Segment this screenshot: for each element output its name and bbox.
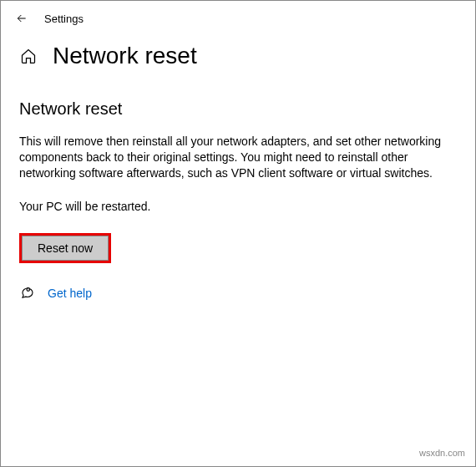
description-text: This will remove then reinstall all your… — [19, 134, 453, 181]
app-title: Settings — [44, 13, 84, 25]
help-row: Get help — [19, 285, 457, 302]
svg-point-0 — [27, 287, 30, 291]
reset-button-highlight: Reset now — [19, 233, 111, 263]
watermark-text: wsxdn.com — [419, 448, 465, 458]
section-heading: Network reset — [19, 99, 457, 119]
header-bar: Settings — [1, 1, 475, 31]
reset-now-button[interactable]: Reset now — [22, 236, 109, 261]
arrow-left-icon — [15, 12, 28, 25]
page-title: Network reset — [53, 43, 197, 69]
home-icon[interactable] — [19, 47, 38, 65]
title-row: Network reset — [1, 31, 475, 78]
content-area: Network reset This will remove then rein… — [1, 78, 475, 302]
chat-help-icon — [19, 285, 36, 302]
get-help-link[interactable]: Get help — [48, 287, 92, 300]
back-button[interactable] — [14, 11, 29, 26]
restart-note: Your PC will be restarted. — [19, 200, 457, 213]
